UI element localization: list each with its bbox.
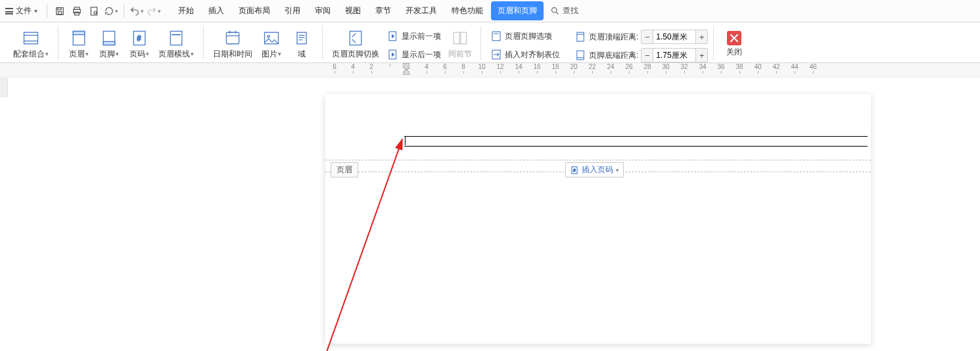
ruler-tick — [381, 63, 399, 77]
minus-button[interactable]: − — [642, 49, 653, 62]
chevron-down-icon: ▾ — [116, 51, 119, 57]
tab-pagelayout[interactable]: 页面布局 — [232, 1, 277, 20]
hf-switch-label: 页眉页脚切换 — [332, 49, 379, 60]
field-label: 域 — [298, 49, 306, 60]
header-line — [404, 136, 868, 137]
qa-print-button[interactable] — [70, 4, 84, 18]
indent-marker[interactable] — [403, 63, 409, 75]
separator — [124, 5, 124, 18]
search-box[interactable]: 查找 — [550, 5, 578, 16]
ruler-tick: 30 — [657, 63, 675, 77]
same-prev-button[interactable]: 同前节 — [445, 26, 475, 62]
header-line-label: 页眉横线 — [158, 49, 190, 60]
show-prev-button[interactable]: 显示前一项 — [383, 28, 445, 44]
page-number-icon: # — [130, 29, 149, 47]
tabs-bar: 开始 插入 页面布局 引用 审阅 视图 章节 开发工具 特色功能 页眉和页脚 — [172, 0, 544, 22]
hf-options-label: 页眉页脚选项 — [505, 31, 552, 42]
minus-button[interactable]: − — [642, 30, 653, 43]
separator — [47, 5, 47, 18]
file-menu[interactable]: 文件 ▾ — [0, 0, 43, 22]
plus-button[interactable]: + — [695, 30, 707, 43]
ruler-tick: 10 — [473, 63, 491, 77]
ruler-tick: 18 — [546, 63, 565, 77]
qa-print-preview-button[interactable] — [87, 4, 101, 18]
picture-button[interactable]: 图片▾ — [256, 26, 287, 62]
theme-combo-button[interactable]: 配套组合▾ — [9, 26, 53, 62]
text-cursor — [405, 137, 406, 145]
page-number-icon: # — [570, 166, 579, 175]
svg-rect-30 — [350, 31, 362, 45]
date-time-button[interactable]: 日期和时间 — [209, 26, 256, 62]
tab-review[interactable]: 审阅 — [308, 1, 337, 20]
svg-text:#: # — [573, 168, 576, 172]
field-icon — [292, 29, 311, 47]
insert-align-tab-button[interactable]: 插入对齐制表位 — [486, 47, 564, 62]
insert-page-number-button[interactable]: # 插入页码 ▾ — [565, 162, 624, 177]
hamburger-icon — [5, 8, 13, 14]
footer-distance-input[interactable] — [653, 49, 695, 62]
tab-view[interactable]: 视图 — [338, 1, 367, 20]
field-button[interactable]: 域 — [287, 26, 317, 62]
qa-undo-button[interactable]: ▾ — [129, 4, 144, 18]
calendar-icon — [223, 29, 242, 47]
header-distance-stepper[interactable]: − + — [641, 30, 708, 44]
footer-button[interactable]: 页脚▾ — [94, 26, 124, 62]
vertical-ruler[interactable] — [0, 78, 8, 97]
page-number-button[interactable]: # 页码▾ — [124, 26, 154, 62]
qa-redo-button[interactable]: ▾ — [147, 4, 161, 18]
close-hf-button[interactable]: 关闭 — [719, 26, 749, 62]
footer-icon — [100, 29, 118, 47]
ruler-tick: 8 — [454, 63, 473, 77]
tab-devtools[interactable]: 开发工具 — [399, 1, 444, 20]
footer-label: 页脚 — [99, 49, 115, 60]
hf-options-button[interactable]: 页眉页脚选项 — [486, 28, 564, 44]
svg-point-25 — [268, 35, 270, 37]
hf-switch-icon — [346, 29, 365, 47]
ruler-tick: 6 — [325, 63, 344, 77]
chevron-down-icon: ▾ — [191, 51, 194, 57]
footer-distance-stepper[interactable]: − + — [641, 48, 708, 62]
svg-rect-34 — [461, 32, 467, 44]
svg-rect-35 — [492, 32, 500, 41]
align-tab-icon — [490, 49, 502, 60]
ruler-tick: 4 — [344, 63, 362, 77]
header-distance-input[interactable] — [653, 30, 695, 43]
chevron-down-icon: ▾ — [45, 51, 49, 57]
ruler-tick: 12 — [491, 63, 509, 77]
ruler-tick: 34 — [693, 63, 712, 77]
svg-rect-1 — [58, 7, 61, 9]
ruler-tick: 26 — [620, 63, 638, 77]
header-boundary — [325, 160, 871, 160]
horizontal-ruler[interactable]: 6422468101214161820222426283032343638404… — [0, 63, 980, 78]
tab-insert[interactable]: 插入 — [202, 1, 231, 20]
footer-distance-icon — [574, 49, 586, 61]
ruler-tick: 32 — [675, 63, 693, 77]
tab-special[interactable]: 特色功能 — [445, 1, 490, 20]
ruler-tick: 4 — [417, 63, 436, 77]
svg-rect-5 — [75, 12, 80, 15]
header-line — [404, 146, 868, 147]
header-button[interactable]: 页眉▾ — [64, 26, 94, 62]
chevron-down-icon: ▾ — [278, 51, 281, 57]
qa-save-button[interactable] — [53, 4, 67, 18]
tab-start[interactable]: 开始 — [172, 1, 200, 20]
header-line-button[interactable]: 页眉横线▾ — [154, 26, 198, 62]
header-edit-area[interactable] — [325, 136, 871, 149]
ruler-tick: 40 — [749, 63, 767, 77]
ruler-tick: 42 — [767, 63, 785, 77]
tab-header-footer[interactable]: 页眉和页脚 — [491, 1, 544, 20]
file-menu-label: 文件 — [16, 5, 32, 16]
ruler-tick: 38 — [730, 63, 749, 77]
hf-switch-button[interactable]: 页眉页脚切换 — [328, 26, 383, 62]
qa-refresh-button[interactable]: ▾ — [104, 4, 118, 18]
plus-button[interactable]: + — [695, 49, 707, 62]
next-icon — [387, 49, 399, 60]
same-prev-label: 同前节 — [448, 49, 472, 60]
chevron-down-icon: ▾ — [85, 51, 89, 57]
ruler-tick: 36 — [712, 63, 730, 77]
tab-reference[interactable]: 引用 — [278, 1, 307, 20]
show-next-button[interactable]: 显示后一项 — [383, 47, 445, 62]
header-icon — [70, 29, 88, 47]
search-placeholder: 查找 — [563, 5, 578, 16]
tab-chapter[interactable]: 章节 — [369, 1, 398, 20]
